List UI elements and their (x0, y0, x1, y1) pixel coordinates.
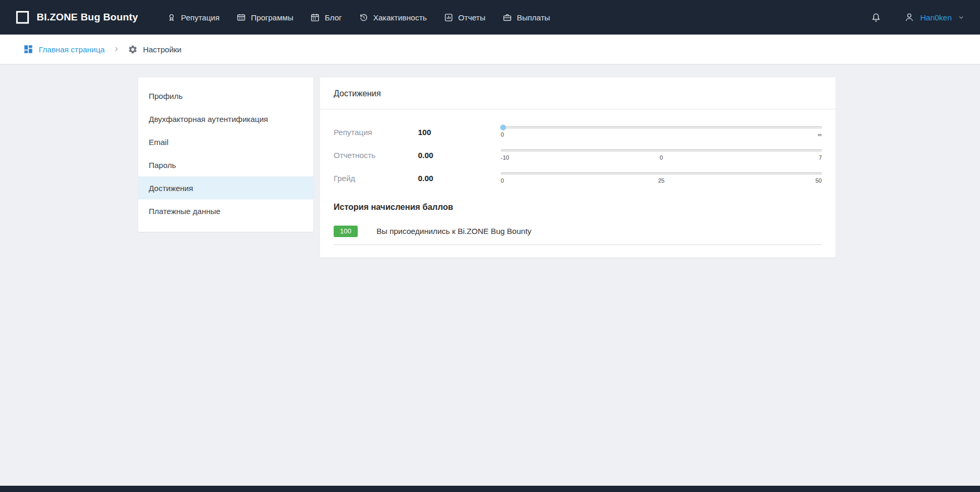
top-navbar: BI.ZONE Bug Bounty Репутация Программы (0, 0, 980, 35)
metric-label: Отчетность (334, 148, 418, 160)
panel-title: Достижения (320, 77, 835, 109)
scale-min: -10 (501, 154, 509, 161)
metric-label: Репутация (334, 125, 418, 137)
payouts-icon (502, 13, 512, 23)
menu-item-achievements[interactable]: Достижения (138, 176, 313, 199)
metric-slider: 0 25 50 (501, 171, 822, 184)
slider-handle (500, 125, 506, 130)
points-history-title: История начисления баллов (334, 203, 822, 212)
slider-scale: -10 0 7 (501, 154, 822, 161)
settings-menu: Профиль Двухфакторная аутентификация Ema… (138, 77, 313, 232)
menu-item-label: Двухфакторная аутентификация (149, 115, 268, 124)
metric-value: 100 (418, 125, 501, 137)
breadcrumb-chevron-icon (113, 46, 119, 52)
nav-item-label: Хакактивность (373, 13, 427, 22)
menu-item-label: Достижения (149, 184, 193, 193)
metric-slider: -10 0 7 (501, 148, 822, 161)
home-grid-icon (23, 44, 34, 54)
programs-icon (236, 13, 246, 23)
metrics-section: Репутация 100 0 ∞ Отчетность 0.00 (320, 109, 835, 197)
metric-slider: 0 ∞ (501, 125, 822, 138)
nav-item-programs[interactable]: Программы (228, 0, 302, 35)
menu-item-label: Платежные данные (149, 207, 221, 216)
nav-item-blog[interactable]: Блог (302, 0, 350, 35)
slider-scale: 0 25 50 (501, 177, 822, 184)
brand[interactable]: BI.ZONE Bug Bounty (15, 9, 138, 25)
menu-item-password[interactable]: Пароль (138, 153, 313, 176)
chevron-down-icon (957, 13, 965, 21)
notifications-bell-icon[interactable] (871, 12, 882, 23)
breadcrumb-home[interactable]: Главная страница (23, 44, 105, 54)
settings-content: Профиль Двухфакторная аутентификация Ema… (138, 77, 835, 258)
slider-track (501, 126, 822, 129)
breadcrumb-home-link[interactable]: Главная страница (39, 45, 105, 54)
gear-icon (128, 44, 138, 54)
main-nav: Репутация Программы Блог (158, 0, 558, 35)
blog-icon (310, 13, 320, 23)
achievements-panel: Достижения Репутация 100 0 ∞ Отчетн (320, 77, 835, 258)
breadcrumb: Главная страница Настройки (0, 35, 980, 64)
metric-value: 0.00 (418, 171, 501, 183)
nav-item-label: Отчеты (458, 13, 486, 22)
nav-item-reports[interactable]: Отчеты (435, 0, 494, 35)
nav-item-payouts[interactable]: Выплаты (494, 0, 558, 35)
scale-mid: 25 (658, 177, 664, 184)
nav-item-hackactivity[interactable]: Хакактивность (350, 0, 435, 35)
nav-item-reputation[interactable]: Репутация (158, 0, 228, 35)
history-entry: 100 Вы присоединились к Bi.ZONE Bug Boun… (334, 226, 822, 245)
history-entry-text: Вы присоединились к Bi.ZONE Bug Bounty (377, 227, 532, 236)
metric-row-reputation: Репутация 100 0 ∞ (334, 125, 822, 138)
reports-icon (444, 13, 454, 23)
scale-max: 50 (816, 177, 822, 184)
footer-bar (0, 486, 980, 492)
menu-item-payment-data[interactable]: Платежные данные (138, 199, 313, 222)
points-history-section: История начисления баллов 100 Вы присоед… (320, 197, 835, 245)
slider-scale: 0 ∞ (501, 131, 822, 138)
menu-item-label: Профиль (149, 92, 183, 100)
navbar-right: Han0ken (871, 12, 965, 23)
metric-row-reporting: Отчетность 0.00 -10 0 7 (334, 148, 822, 161)
nav-item-label: Репутация (181, 13, 219, 22)
scale-min: 0 (501, 131, 504, 138)
user-menu[interactable]: Han0ken (904, 12, 965, 23)
points-badge: 100 (334, 226, 358, 237)
user-icon (904, 12, 915, 23)
menu-item-email[interactable]: Email (138, 130, 313, 153)
metric-row-grade: Грейд 0.00 0 25 50 (334, 171, 822, 184)
scale-mid: 0 (659, 154, 663, 161)
metric-value: 0.00 (418, 148, 501, 160)
slider-track (501, 149, 822, 152)
username: Han0ken (920, 13, 952, 22)
scale-min: 0 (501, 177, 504, 184)
activity-icon (359, 13, 369, 23)
reputation-icon (167, 13, 177, 23)
breadcrumb-current-label: Настройки (143, 45, 182, 54)
bizone-logo-icon (15, 9, 30, 25)
menu-item-label: Email (149, 138, 169, 147)
scale-max: 7 (819, 154, 822, 161)
menu-item-2fa[interactable]: Двухфакторная аутентификация (138, 107, 313, 130)
nav-item-label: Программы (251, 13, 293, 22)
metric-label: Грейд (334, 171, 418, 183)
scale-max: ∞ (818, 131, 822, 138)
brand-name: BI.ZONE Bug Bounty (37, 12, 138, 23)
breadcrumb-current: Настройки (128, 44, 182, 54)
slider-track (501, 172, 822, 175)
menu-item-profile[interactable]: Профиль (138, 84, 313, 107)
menu-item-label: Пароль (149, 161, 176, 170)
nav-item-label: Выплаты (517, 13, 550, 22)
nav-item-label: Блог (325, 13, 342, 22)
